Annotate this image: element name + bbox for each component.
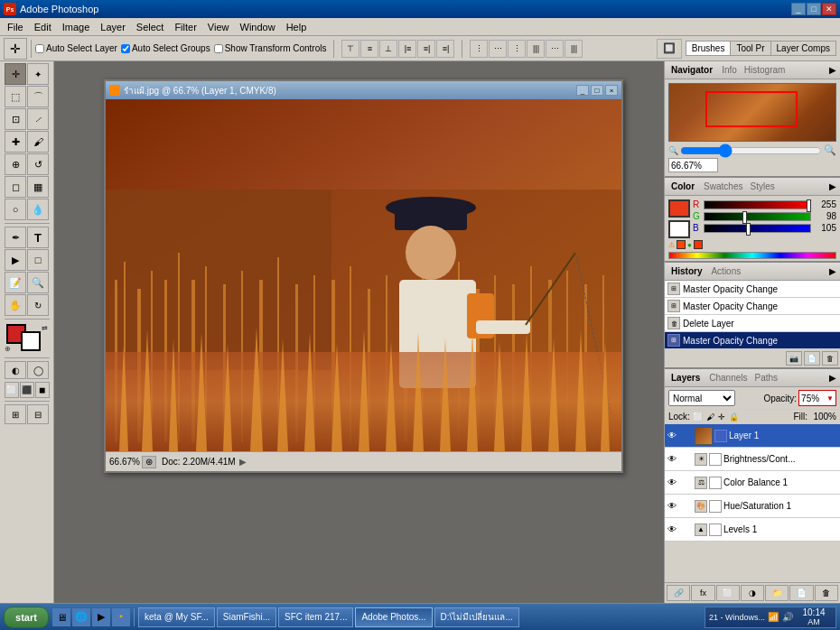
history-item-1[interactable]: ⊞ Master Opacity Change (665, 281, 840, 298)
screen-mode-2[interactable]: ⬛ (20, 382, 34, 398)
background-color-swatch[interactable] (668, 220, 690, 238)
layer-item-5[interactable]: 👁 ▲ Levels 1 (665, 518, 840, 542)
align-top-button[interactable]: ⊤ (341, 40, 359, 58)
zoom-slider[interactable] (680, 147, 822, 154)
channels-tab[interactable]: Channels (706, 372, 750, 384)
history-panel-arrow[interactable]: ▶ (829, 266, 836, 276)
menu-help[interactable]: Help (281, 20, 313, 34)
swap-colors-icon[interactable]: ⇄ (42, 324, 48, 332)
web-safe-swatch[interactable] (694, 240, 703, 249)
quick-mask-mode[interactable]: ◐ (5, 361, 26, 379)
task-2[interactable]: SiamFishi... (217, 607, 276, 627)
layers-panel-arrow[interactable]: ▶ (829, 373, 836, 383)
task-5[interactable]: D:\ไม่มีเปลี่ยนแล... (434, 607, 519, 627)
layer-item-3[interactable]: 👁 ⚖ Color Balance 1 (665, 471, 840, 495)
heal-tool[interactable]: ✚ (5, 131, 26, 153)
task-3[interactable]: SFC item 217... (278, 607, 353, 627)
doc-maximize-button[interactable]: □ (591, 85, 603, 96)
dist-4-button[interactable]: ||| (527, 40, 545, 58)
doc-nav-arrow[interactable]: ▶ (239, 457, 247, 467)
navigator-tab[interactable]: Navigator (668, 64, 715, 76)
lock-all-button[interactable]: 🔒 (728, 412, 740, 422)
layer-delete-button[interactable]: 🗑 (815, 585, 838, 601)
dist-6-button[interactable]: ||| (565, 40, 583, 58)
layer-3-visibility-icon[interactable]: 👁 (667, 477, 680, 487)
tray-network-icon[interactable]: 📶 (767, 611, 779, 624)
doc-zoom-icon[interactable]: ⊛ (142, 456, 156, 468)
task-1[interactable]: keta @ My SF... (138, 607, 215, 627)
r-slider[interactable] (704, 200, 811, 209)
paths-tab[interactable]: Paths (752, 372, 781, 384)
gamut-warning-swatch[interactable] (677, 240, 686, 249)
foreground-color-swatch[interactable] (668, 199, 690, 218)
maximize-button[interactable]: □ (807, 3, 821, 15)
tool-presets-tab[interactable]: Tool Pr (730, 41, 770, 56)
auto-select-layer-checkbox[interactable]: Auto Select Layer (35, 43, 117, 53)
show-transform-controls-checkbox[interactable]: Show Transform Controls (214, 43, 327, 53)
clone-tool[interactable]: ⊕ (5, 153, 26, 175)
layer-folder-button[interactable]: 📁 (765, 585, 789, 601)
dist-2-button[interactable]: ⋯ (489, 40, 507, 58)
layers-tab[interactable]: Layers (668, 372, 703, 384)
lock-transparent-button[interactable]: ⬜ (692, 412, 704, 422)
align-hcenter-button[interactable]: ≡| (417, 40, 435, 58)
layer-link-button[interactable]: 🔗 (667, 585, 690, 601)
zoom-out-icon[interactable]: 🔍 (668, 146, 678, 155)
notes-tool[interactable]: 📝 (5, 272, 26, 293)
menu-window[interactable]: Window (235, 20, 281, 34)
tray-volume-icon[interactable]: 🔊 (781, 611, 794, 624)
history-new-doc-button[interactable]: 📄 (804, 351, 820, 366)
screen-mode-1[interactable]: ⬜ (5, 382, 19, 398)
ie-icon[interactable]: 🌐 (72, 608, 90, 626)
task-4-active[interactable]: Adobe Photos... (355, 607, 432, 627)
zoom-tool[interactable]: 🔍 (27, 272, 49, 293)
clock[interactable]: 10:14 AM (796, 607, 832, 626)
close-button[interactable]: ✕ (822, 3, 836, 15)
move-tool-button[interactable]: ✛ (4, 38, 27, 60)
crop-tool[interactable]: ⊡ (5, 108, 26, 130)
dist-1-button[interactable]: ⋮ (470, 40, 488, 58)
pen-tool[interactable]: ✒ (5, 227, 26, 248)
gradient-tool[interactable]: ▦ (27, 176, 49, 198)
tray-windows-label[interactable]: 21 - Windows... (709, 613, 765, 622)
navigator-panel-arrow[interactable]: ▶ (829, 65, 836, 75)
auto-select-groups-input[interactable] (121, 44, 130, 53)
history-delete-button[interactable]: 🗑 (822, 351, 838, 366)
brushes-tab[interactable]: Brushes (686, 41, 731, 56)
start-button[interactable]: start (4, 607, 49, 628)
eyedropper-tool[interactable]: 💧 (27, 199, 49, 220)
eraser-tool[interactable]: ◻ (5, 176, 26, 198)
info-tab[interactable]: Info (719, 64, 740, 76)
layer-4-visibility-icon[interactable]: 👁 (667, 501, 680, 511)
bridge-tool[interactable]: ⊟ (27, 404, 49, 424)
zoom-in-icon[interactable]: 🔍 (824, 144, 836, 156)
menu-filter[interactable]: Filter (169, 20, 201, 34)
g-slider[interactable] (704, 212, 811, 221)
align-vcenter-button[interactable]: ≡ (360, 40, 378, 58)
align-right-button[interactable]: ≡| (436, 40, 454, 58)
move-tool[interactable]: ✛ (5, 63, 26, 85)
dist-3-button[interactable]: ⋮ (508, 40, 526, 58)
screen-mode-3[interactable]: ◼ (35, 382, 50, 398)
lasso-tool[interactable]: ⌒ (27, 86, 49, 107)
layer-adj-button[interactable]: ◑ (741, 585, 764, 601)
doc-close-button[interactable]: × (605, 85, 618, 96)
align-bottom-button[interactable]: ⊥ (379, 40, 397, 58)
layer-2-visibility-icon[interactable]: 👁 (667, 454, 680, 464)
background-color[interactable] (21, 331, 41, 351)
gamut-warning-icon[interactable]: ⚠ (668, 241, 675, 249)
media-player-icon[interactable]: ▶ (92, 608, 110, 626)
marquee-tool[interactable]: ⬚ (5, 86, 26, 107)
history-brush-tool[interactable]: ↺ (27, 153, 49, 175)
document-titlebar[interactable]: รำแฝ๋.jpg @ 66.7% (Layer 1, CMYK/8) _ □ … (106, 81, 621, 99)
text-tool[interactable]: T (27, 227, 49, 248)
brush-tool[interactable]: 🖌 (27, 131, 49, 153)
menu-view[interactable]: View (202, 20, 235, 34)
history-item-4-active[interactable]: ⊞ Master Opacity Change (665, 332, 840, 349)
show-transform-input[interactable] (214, 44, 223, 53)
swatches-tab[interactable]: Swatches (701, 181, 745, 192)
actions-tab[interactable]: Actions (708, 265, 743, 277)
layer-item-4[interactable]: 👁 🎨 Hue/Saturation 1 (665, 495, 840, 518)
reset-colors-icon[interactable]: ⊕ (5, 345, 11, 353)
menu-file[interactable]: File (2, 20, 29, 34)
